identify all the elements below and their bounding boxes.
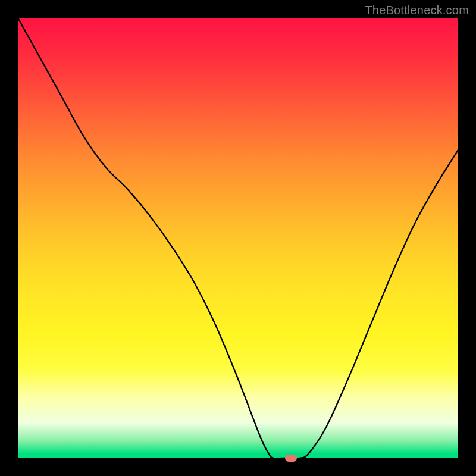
- chart-frame: TheBottleneck.com: [0, 0, 476, 476]
- chart-curve: [18, 18, 458, 458]
- plot-area: [18, 18, 458, 458]
- chart-marker: [285, 455, 297, 462]
- watermark-label: TheBottleneck.com: [365, 4, 469, 17]
